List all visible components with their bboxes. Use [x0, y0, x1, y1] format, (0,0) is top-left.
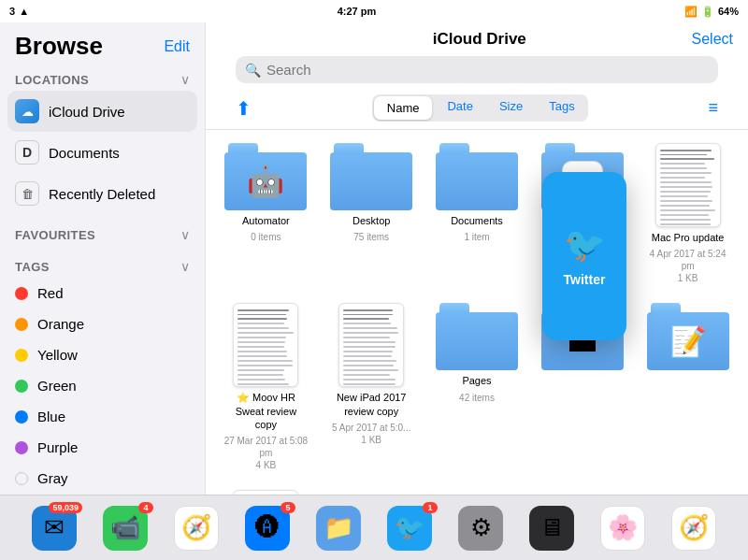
icloud-icon: ☁ — [15, 99, 39, 123]
wifi-icon: ▲ — [19, 6, 29, 17]
tag-dot — [15, 287, 28, 300]
select-button[interactable]: Select — [692, 31, 733, 48]
doc-item-ipad-review[interactable]: New iPad 2017 review copy 5 Apr 2017 at … — [323, 299, 421, 475]
list-view-icon[interactable]: ≡ — [708, 98, 718, 118]
sidebar-item-documents[interactable]: D Documents — [0, 132, 205, 173]
filter-tabs: NameDateSizeTags — [372, 94, 588, 122]
doc-thumbnail — [233, 303, 298, 387]
filter-tab-date[interactable]: Date — [434, 94, 485, 122]
search-bar[interactable]: 🔍 — [236, 56, 718, 83]
upload-icon[interactable]: ⬆ — [236, 97, 252, 120]
dock-item-photos[interactable]: 🌸 — [600, 506, 645, 551]
folder-item-automator[interactable]: 🤖 Automator 0 items — [217, 139, 315, 288]
dock-icon-screens: 🖥 — [529, 506, 574, 551]
carrier-text: 3 — [9, 6, 15, 17]
tag-label: Orange — [37, 316, 84, 332]
status-right: 📶 🔋 64% — [684, 6, 739, 18]
tag-item-green[interactable]: Green — [0, 370, 205, 401]
doc-item-doc-3[interactable]: 1 Apr 20174:05 pm — [217, 486, 315, 495]
folder-icon — [436, 143, 518, 210]
tag-item-red[interactable]: Red — [0, 278, 205, 309]
dock: ✉ 59,039 📹 4 🧭 🅐 5 📁 🐦 1 ⚙ 🖥 — [0, 495, 748, 560]
icloud-label: iCloud Drive — [49, 104, 125, 120]
folder-item-scripts-folder[interactable]: 📝 — [639, 299, 737, 475]
twitter-overlay[interactable]: 🐦 Twitter — [542, 172, 626, 340]
folder-item-desktop[interactable]: Desktop 75 items — [323, 139, 421, 288]
deleted-icon: 🗑 — [15, 181, 39, 206]
tag-item-orange[interactable]: Orange — [0, 309, 205, 339]
dock-item-safari[interactable]: 🧭 — [174, 506, 219, 551]
sidebar-header: Browse Edit — [0, 22, 205, 66]
search-input[interactable] — [266, 62, 709, 78]
locations-label: Locations — [15, 73, 89, 87]
dock-item-twitter[interactable]: 🐦 1 — [387, 506, 432, 551]
dock-item-mail[interactable]: ✉ 59,039 — [32, 506, 77, 551]
tag-label: Green — [37, 378, 77, 394]
tag-item-blue[interactable]: Blue — [0, 401, 205, 432]
files-grid: 🤖 Automator 0 items Desktop 75 items Doc… — [206, 130, 748, 495]
status-bar: 3 ▲ 4:27 pm 📶 🔋 64% — [0, 0, 748, 22]
folder-meta: 1 item — [464, 231, 489, 243]
status-left: 3 ▲ — [9, 6, 29, 17]
doc-name: Mac Pro update — [652, 231, 725, 244]
tag-item-purple[interactable]: Purple — [0, 432, 205, 463]
dock-item-files[interactable]: 📁 — [316, 506, 361, 551]
tag-item-yellow[interactable]: Yellow — [0, 339, 205, 370]
dock-icon-photos: 🌸 — [600, 506, 645, 551]
tags-chevron-icon[interactable]: ∨ — [180, 259, 190, 274]
dock-icon-safari2: 🧭 — [671, 506, 716, 551]
favourites-section-header: Favourites ∨ — [0, 222, 205, 246]
sidebar: Browse Edit Locations ∨ ☁ iCloud Drive D… — [0, 22, 206, 495]
folder-icon — [330, 143, 412, 210]
folder-icon: 🤖 — [224, 143, 307, 210]
doc-name: New iPad 2017 review copy — [329, 391, 413, 418]
tag-dot — [15, 380, 28, 393]
doc-item-moov-hr[interactable]: ⭐ Moov HR Sweat review copy 27 Mar 2017 … — [217, 299, 315, 475]
time-display: 4:27 pm — [338, 6, 377, 17]
doc-item-mac-pro[interactable]: Mac Pro update 4 Apr 2017 at 5:24 pm1 KB — [639, 139, 737, 288]
badge-facetime: 4 — [138, 502, 153, 513]
filter-tab-name[interactable]: Name — [374, 96, 433, 120]
favourites-label: Favourites — [15, 228, 95, 242]
folder-meta: 75 items — [353, 231, 389, 243]
dock-item-settings[interactable]: ⚙ — [458, 506, 503, 551]
locations-chevron-icon[interactable]: ∨ — [180, 72, 190, 87]
battery-percent: 64% — [718, 6, 739, 17]
search-icon: 🔍 — [245, 63, 261, 78]
content-title-row: iCloud Drive Select — [221, 22, 733, 52]
folder-item-documents[interactable]: Documents 1 item — [428, 139, 526, 288]
twitter-bird-icon: 🐦 — [564, 225, 606, 265]
filter-tab-size[interactable]: Size — [486, 94, 536, 122]
dock-item-appstore[interactable]: 🅐 5 — [245, 506, 290, 551]
folder-name: Desktop — [352, 214, 390, 227]
content-title: iCloud Drive — [267, 30, 692, 49]
filter-tab-tags[interactable]: Tags — [536, 94, 587, 122]
edit-button[interactable]: Edit — [164, 38, 190, 55]
tags-list: Red Orange Yellow Green Blue Purple Gray… — [0, 278, 205, 495]
doc-thumbnail — [655, 143, 721, 227]
tag-dot — [15, 410, 28, 424]
folder-meta: 42 items — [459, 392, 495, 404]
tag-dot — [15, 441, 28, 454]
main-layout: Browse Edit Locations ∨ ☁ iCloud Drive D… — [0, 22, 748, 495]
folder-name: Documents — [451, 214, 503, 227]
sidebar-title: Browse — [15, 32, 103, 61]
sidebar-item-recently-deleted[interactable]: 🗑 Recently Deleted — [0, 173, 205, 214]
wifi-signal-icon: 📶 — [684, 6, 698, 18]
documents-icon: D — [15, 140, 39, 165]
badge-mail: 59,039 — [49, 502, 82, 513]
deleted-label: Recently Deleted — [49, 186, 155, 202]
content-header: iCloud Drive Select 🔍 ⬆ NameDateSizeTags… — [206, 22, 748, 130]
tag-dot — [15, 318, 28, 331]
folder-item-pages[interactable]: Pages 42 items — [428, 299, 526, 475]
dock-item-facetime[interactable]: 📹 4 — [103, 506, 148, 551]
dock-item-safari2[interactable]: 🧭 — [671, 506, 716, 551]
tag-item-gray[interactable]: Gray — [0, 463, 205, 494]
sidebar-item-icloud[interactable]: ☁ iCloud Drive — [7, 91, 197, 132]
dock-item-screens[interactable]: 🖥 — [529, 506, 574, 551]
tag-dot — [15, 349, 28, 362]
folder-meta: 0 items — [251, 231, 280, 243]
tag-label: Red — [37, 285, 64, 301]
badge-appstore: 5 — [280, 502, 295, 513]
favourites-chevron-icon[interactable]: ∨ — [180, 227, 190, 242]
